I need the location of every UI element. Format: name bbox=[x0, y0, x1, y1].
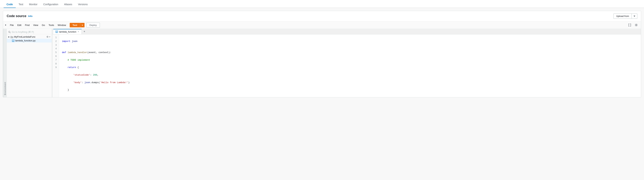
test-btn-group: Test bbox=[70, 23, 85, 27]
folder-expand-icon: ▶ bbox=[8, 36, 10, 38]
svg-text:py: py bbox=[56, 31, 58, 33]
gear-dropdown-icon[interactable]: ▾ bbox=[49, 36, 50, 38]
tab-add-icon[interactable]: + bbox=[82, 29, 87, 34]
editor-tabs: py lambda_function × + bbox=[52, 29, 641, 34]
upload-from-label[interactable]: Upload from bbox=[614, 14, 632, 18]
panel-header: Code source Info Upload from bbox=[3, 11, 641, 21]
code-content: 1 2 3 4 5 6 7 8 9 import json def lambda… bbox=[52, 34, 641, 97]
test-dropdown-button[interactable] bbox=[80, 23, 84, 27]
toolbar-file[interactable]: File bbox=[8, 23, 15, 27]
code-editor[interactable]: import json def lambda_handler(event, co… bbox=[59, 34, 641, 97]
toolbar-window[interactable]: Window bbox=[56, 23, 67, 27]
editor-toolbar: File Edit Find View Go Tools Window Test… bbox=[3, 21, 641, 29]
panel-title-group: Code source Info bbox=[7, 14, 32, 18]
editor-area: Environment ▶ bbox=[3, 29, 641, 97]
panel-title: Code source bbox=[7, 14, 26, 18]
svg-line-2 bbox=[10, 32, 10, 33]
tab-configuration[interactable]: Configuration bbox=[40, 1, 61, 8]
folder-item[interactable]: ▶ MyFirstLambdaFunc ⚙ ▾ bbox=[7, 35, 52, 39]
file-name: lambda_function.py bbox=[15, 39, 36, 42]
file-sidebar: Environment ▶ bbox=[3, 29, 52, 97]
deploy-button[interactable]: Deploy bbox=[86, 23, 100, 27]
python-file-icon: py bbox=[12, 39, 14, 42]
tab-test[interactable]: Test bbox=[16, 1, 26, 8]
chevron-down-icon bbox=[634, 16, 635, 17]
upload-from-button[interactable]: Upload from bbox=[614, 13, 637, 19]
toolbar-go[interactable]: Go bbox=[40, 23, 46, 27]
collapse-icon[interactable] bbox=[5, 24, 6, 26]
gear-icon[interactable]: ⚙ bbox=[46, 35, 48, 38]
chevron-down-icon-test bbox=[82, 25, 83, 26]
search-bar bbox=[7, 30, 52, 34]
tab-close-icon[interactable]: × bbox=[77, 30, 79, 33]
right-toolbar bbox=[627, 22, 639, 27]
sidebar-inner: Environment ▶ bbox=[3, 29, 52, 97]
toolbar-tools[interactable]: Tools bbox=[47, 23, 56, 27]
line-numbers: 1 2 3 4 5 6 7 8 9 bbox=[52, 34, 59, 97]
tab-monitor[interactable]: Monitor bbox=[26, 1, 40, 8]
search-input[interactable] bbox=[12, 31, 50, 33]
file-item[interactable]: py lambda_function.py bbox=[7, 39, 52, 42]
folder-icon bbox=[10, 36, 13, 38]
fullscreen-icon[interactable] bbox=[627, 22, 632, 27]
test-button[interactable]: Test bbox=[70, 23, 80, 27]
svg-point-0 bbox=[636, 25, 637, 26]
settings-icon[interactable] bbox=[634, 22, 639, 27]
toolbar-find[interactable]: Find bbox=[24, 23, 31, 27]
code-editor-wrap: py lambda_function × + 1 2 3 4 5 6 7 8 bbox=[52, 29, 641, 97]
code-source-panel: Code source Info Upload from File Edit F… bbox=[3, 11, 641, 97]
tab-code[interactable]: Code bbox=[4, 1, 16, 8]
file-tree: ▶ MyFirstLambdaFunc ⚙ ▾ py bbox=[7, 34, 52, 43]
environment-label: Environment bbox=[3, 29, 7, 97]
tab-versions[interactable]: Versions bbox=[75, 1, 91, 8]
toolbar-view[interactable]: View bbox=[32, 23, 40, 27]
folder-name: MyFirstLambdaFunc bbox=[14, 35, 36, 38]
top-tabs: Code Test Monitor Configuration Aliases … bbox=[0, 0, 644, 8]
tab-file-icon: py bbox=[56, 30, 58, 33]
search-icon bbox=[8, 31, 11, 33]
editor-tab-lambda[interactable]: py lambda_function × bbox=[53, 29, 82, 34]
toolbar-edit[interactable]: Edit bbox=[16, 23, 23, 27]
info-link[interactable]: Info bbox=[28, 15, 32, 17]
svg-text:py: py bbox=[12, 40, 14, 42]
sidebar-content: ▶ MyFirstLambdaFunc ⚙ ▾ py bbox=[7, 29, 52, 97]
tab-label: lambda_function bbox=[59, 30, 76, 33]
tab-aliases[interactable]: Aliases bbox=[61, 1, 75, 8]
upload-from-dropdown[interactable] bbox=[632, 14, 637, 18]
